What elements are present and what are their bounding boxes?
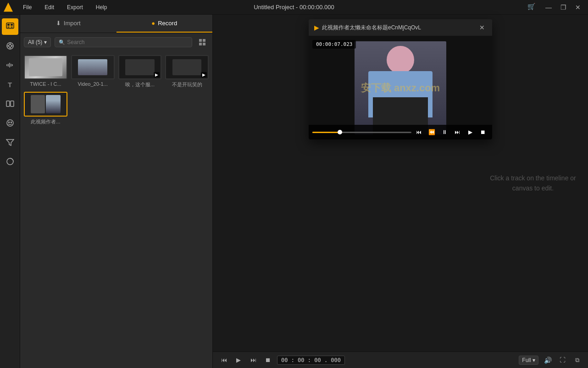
media-item-name: Video_20-1...	[71, 81, 115, 87]
popup-title: 此视频作者太懒未命名标题eCnMjCqOvL	[322, 24, 421, 32]
duration-badge: ▶	[201, 72, 207, 78]
svg-rect-1	[7, 24, 10, 26]
svg-rect-27	[203, 43, 205, 45]
popup-framestep-button[interactable]: ⏭	[452, 127, 463, 138]
pip-icon[interactable]: ⧉	[571, 355, 582, 366]
list-item[interactable]: ▶ 唉，这个服...	[118, 55, 162, 88]
preview-canvas[interactable]: Click a track on the timeline or canvas …	[213, 15, 588, 351]
app-logo-icon	[4, 3, 13, 12]
media-thumbnail: ▶	[165, 55, 209, 79]
sidebar-item-audio[interactable]	[2, 57, 18, 73]
media-grid: TWICE - I C... Video_20-1... ▶	[20, 51, 212, 129]
tab-import[interactable]: ⬇ Import	[20, 15, 116, 33]
video-background: 安下载 anxz.com	[309, 36, 492, 139]
close-button[interactable]: ✕	[571, 3, 584, 12]
svg-point-21	[11, 122, 11, 123]
media-item-name: 唉，这个服...	[118, 81, 162, 88]
popup-play-button[interactable]: ▶	[465, 127, 476, 138]
sidebar-item-transitions[interactable]	[2, 95, 18, 112]
menu-export[interactable]: Export	[64, 2, 86, 12]
grid-view-button[interactable]	[196, 36, 209, 49]
preview-timecode: 00 : 00 : 00 . 000	[277, 356, 345, 365]
sidebar-item-media[interactable]	[2, 18, 18, 35]
filter-dropdown[interactable]: All (5) ▾	[24, 37, 51, 47]
svg-rect-17	[6, 101, 10, 106]
record-icon: ●	[151, 20, 155, 27]
svg-rect-24	[199, 39, 202, 42]
sidebar-item-adjust[interactable]	[2, 153, 18, 170]
media-tabs: ⬇ Import ● Record	[20, 15, 212, 33]
media-item-name: 不是开玩笑的	[165, 81, 209, 88]
list-item[interactable]: 此视频作者...	[24, 92, 67, 125]
svg-rect-3	[7, 27, 10, 28]
tab-record[interactable]: ● Record	[116, 15, 213, 33]
duration-badge: ▶	[154, 72, 160, 78]
svg-point-19	[7, 120, 13, 126]
svg-rect-18	[11, 101, 14, 106]
fullscreen-icon[interactable]: ⛶	[557, 355, 568, 366]
list-item[interactable]: Video_20-1...	[71, 55, 115, 88]
preview-play-button[interactable]: ▶	[233, 355, 244, 366]
popup-pause-button[interactable]: ⏸	[439, 127, 450, 138]
search-box: 🔍	[55, 37, 192, 47]
popup-close-button[interactable]: ✕	[477, 23, 487, 32]
minimize-button[interactable]: —	[542, 3, 555, 12]
sidebar-item-stickers[interactable]	[2, 115, 18, 131]
popup-header: ▶ 此视频作者太懒未命名标题eCnMjCqOvL ✕	[309, 19, 492, 36]
volume-icon[interactable]: 🔊	[542, 355, 553, 366]
popup-rewind-button[interactable]: ⏮	[413, 127, 424, 138]
sidebar-item-text[interactable]: T	[2, 76, 18, 93]
preview-skip-back-button[interactable]: ⏮	[218, 355, 229, 366]
popup-dialog: ▶ 此视频作者太懒未命名标题eCnMjCqOvL ✕	[309, 19, 492, 139]
list-item[interactable]: ▶ 不是开玩笑的	[165, 55, 209, 88]
svg-rect-4	[11, 27, 13, 28]
cart-icon[interactable]: 🛒	[527, 3, 537, 12]
popup-progress-thumb	[338, 130, 342, 134]
popup-title-row: ▶ 此视频作者太懒未命名标题eCnMjCqOvL	[314, 24, 421, 32]
popup-progress-bar[interactable]	[312, 132, 411, 133]
search-input[interactable]	[67, 39, 188, 45]
preview-stop-button[interactable]: ⏹	[262, 355, 273, 366]
preview-controls: ⏮ ▶ ⏭ ⏹ 00 : 00 : 00 . 000 Full ▾ 🔊 ⛶ ⧉	[213, 351, 588, 368]
main-layout: T ⬇ Import ● Record All (5)	[0, 15, 588, 368]
popup-floating-time: 00:00:07.023	[312, 40, 356, 49]
media-thumbnail: ▶	[118, 55, 162, 79]
svg-rect-0	[6, 23, 14, 28]
popup-video: 安下载 anxz.com 00:00:07.023 ⏮ ⏪	[309, 36, 492, 139]
media-thumbnail	[71, 55, 115, 79]
chevron-down-icon: ▾	[44, 39, 47, 45]
popup-stop-button[interactable]: ⏹	[477, 127, 488, 138]
popup-logo-icon: ▶	[314, 24, 319, 31]
svg-point-6	[9, 45, 11, 47]
popup-overlay: ▶ 此视频作者太懒未命名标题eCnMjCqOvL ✕	[213, 15, 588, 351]
svg-rect-2	[11, 24, 13, 26]
preview-area: Click a track on the timeline or canvas …	[213, 15, 588, 368]
media-toolbar: All (5) ▾ 🔍	[20, 33, 212, 51]
titlebar-left: File Edit Export Help	[4, 2, 110, 12]
titlebar-right: 🛒 — ❐ ✕	[527, 3, 584, 12]
menu-help[interactable]: Help	[93, 2, 110, 12]
sidebar-item-filters[interactable]	[2, 134, 18, 151]
search-icon: 🔍	[59, 39, 65, 45]
svg-point-20	[8, 122, 9, 123]
svg-marker-22	[6, 139, 14, 145]
app-title: Untitled Project - 00:00:00.000	[254, 4, 334, 11]
watermark-text: 安下载 anxz.com	[361, 81, 440, 95]
menu-edit[interactable]: Edit	[42, 2, 57, 12]
preview-skip-fwd-button[interactable]: ⏭	[248, 355, 259, 366]
media-item-name: TWICE - I C...	[24, 81, 67, 87]
zoom-selector[interactable]: Full ▾	[519, 356, 538, 365]
maximize-button[interactable]: ❐	[557, 3, 570, 12]
media-panel: ⬇ Import ● Record All (5) ▾ 🔍	[20, 15, 213, 368]
sidebar-item-effects[interactable]	[2, 38, 18, 54]
popup-stepback-button[interactable]: ⏪	[426, 127, 437, 138]
sidebar: T	[0, 15, 20, 368]
svg-rect-26	[199, 43, 202, 45]
import-icon: ⬇	[56, 20, 61, 27]
list-item[interactable]: TWICE - I C...	[24, 55, 67, 88]
media-thumbnail	[24, 55, 67, 79]
popup-controls: ⏮ ⏪ ⏸ ⏭ ▶ ⏹	[309, 125, 492, 139]
media-thumbnail	[24, 92, 67, 116]
titlebar: File Edit Export Help Untitled Project -…	[0, 0, 588, 15]
menu-file[interactable]: File	[20, 2, 34, 12]
